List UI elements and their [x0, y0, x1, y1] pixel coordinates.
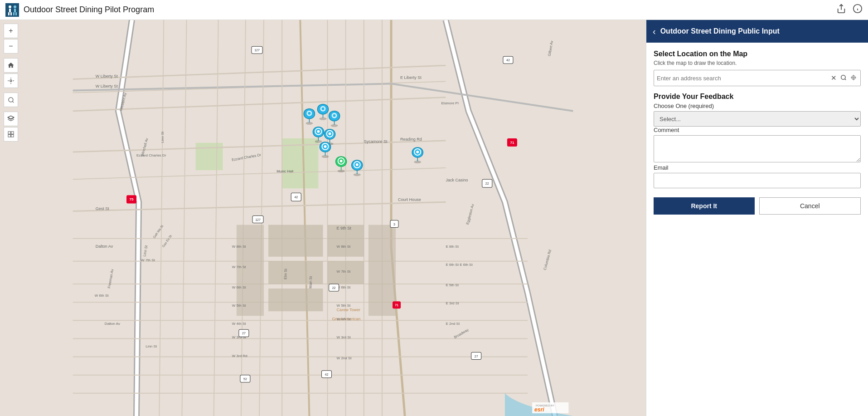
svg-text:42: 42 [294, 196, 298, 199]
address-search-button[interactable] [839, 73, 848, 83]
svg-text:Court House: Court House [398, 197, 421, 202]
search-map-button[interactable] [4, 93, 18, 107]
back-button[interactable]: ‹ [653, 26, 656, 37]
svg-text:Music Hall: Music Hall [276, 169, 293, 173]
svg-text:W 2nd St: W 2nd St [337, 356, 352, 360]
provide-feedback-section: Provide Your Feedback Choose One (requir… [654, 93, 861, 188]
svg-text:Elm St: Elm St [283, 268, 288, 279]
svg-text:E Liberty St: E Liberty St [400, 75, 422, 80]
sidebar-title: Outdoor Street Dining Public Input [660, 27, 780, 35]
svg-rect-0 [5, 3, 19, 17]
svg-text:71: 71 [510, 141, 514, 145]
svg-text:E 6th St E 6th St: E 6th St E 6th St [446, 263, 473, 267]
comment-input[interactable] [654, 135, 861, 162]
svg-text:Sycamore St: Sycamore St [364, 139, 388, 144]
svg-point-171 [852, 75, 855, 79]
svg-text:42: 42 [506, 59, 510, 62]
map-view[interactable]: 75 71 42 22 3 127 W Liberty St W Liberty… [0, 20, 646, 416]
svg-rect-19 [8, 135, 10, 137]
zoom-out-button[interactable]: − [4, 39, 18, 54]
svg-text:Jack Casino: Jack Casino [446, 178, 468, 182]
svg-point-152 [329, 132, 331, 135]
svg-point-170 [853, 77, 854, 78]
info-icon[interactable] [853, 4, 863, 16]
address-clear-button[interactable]: ✕ [830, 73, 838, 83]
choose-one-select[interactable]: Select... Support Oppose Neutral Questio… [654, 111, 861, 127]
svg-text:W Liberty St: W Liberty St [96, 74, 118, 78]
report-it-button[interactable]: Report It [654, 197, 755, 215]
svg-text:27: 27 [475, 355, 478, 358]
svg-rect-54 [268, 289, 323, 311]
share-icon[interactable] [836, 4, 846, 16]
svg-text:27: 27 [242, 332, 246, 335]
svg-rect-7 [13, 12, 15, 15]
svg-text:127: 127 [255, 218, 261, 221]
select-location-section: Select Location on the Map Click the map… [654, 50, 861, 86]
svg-point-149 [317, 130, 320, 133]
svg-rect-18 [11, 132, 14, 134]
map-container[interactable]: + − [0, 20, 646, 416]
address-input[interactable] [657, 75, 828, 82]
address-search-container: ✕ [654, 70, 861, 86]
svg-text:W 4th St: W 4th St [337, 317, 351, 321]
svg-point-14 [8, 97, 13, 102]
svg-text:Dalton Av: Dalton Av [105, 322, 120, 326]
svg-text:Main St: Main St [308, 276, 313, 289]
svg-text:Linn St: Linn St [160, 131, 165, 143]
svg-text:W 7th St: W 7th St [232, 265, 247, 269]
feedback-title: Provide Your Feedback [654, 93, 861, 101]
svg-text:W 8th St: W 8th St [337, 245, 351, 249]
svg-text:52: 52 [243, 377, 247, 381]
svg-text:W 4th St: W 4th St [232, 322, 247, 326]
action-buttons: Report It Cancel [654, 197, 861, 215]
svg-line-15 [12, 101, 14, 103]
map-toolbar: + − [0, 20, 22, 145]
svg-point-143 [321, 108, 324, 110]
comment-label: Comment [654, 127, 861, 133]
svg-text:E 2nd St: E 2nd St [446, 322, 460, 326]
svg-rect-56 [237, 225, 264, 316]
svg-text:22: 22 [332, 286, 336, 289]
address-locate-button[interactable] [849, 73, 858, 83]
svg-line-169 [845, 78, 846, 80]
svg-text:E 8th St: E 8th St [446, 245, 459, 249]
app-header: Outdoor Street Dining Pilot Program [0, 0, 868, 20]
header-actions [836, 4, 863, 16]
sidebar-header: ‹ Outdoor Street Dining Public Input [646, 20, 868, 43]
svg-text:42: 42 [325, 373, 329, 376]
choose-one-field: Choose One (required) Select... Support … [654, 103, 861, 127]
comment-field: Comment [654, 127, 861, 164]
svg-text:Reading Rd: Reading Rd [400, 137, 422, 142]
svg-point-146 [333, 114, 336, 117]
header-left: Outdoor Street Dining Pilot Program [5, 3, 154, 17]
svg-point-155 [324, 145, 327, 148]
basemap-button[interactable] [4, 127, 18, 142]
locate-button[interactable] [4, 73, 18, 88]
svg-text:Dalton Av: Dalton Av [96, 244, 113, 249]
svg-point-13 [10, 80, 12, 82]
svg-text:Carew Tower: Carew Tower [337, 308, 360, 312]
svg-text:W 7th St: W 7th St [141, 258, 155, 262]
svg-text:Elsinore Pl: Elsinore Pl [441, 101, 459, 105]
svg-rect-2 [9, 9, 11, 12]
svg-text:127: 127 [254, 49, 260, 52]
cancel-button[interactable]: Cancel [759, 197, 861, 215]
layers-button[interactable] [4, 112, 18, 126]
svg-rect-8 [15, 12, 17, 15]
email-field: Email [654, 164, 861, 188]
app-logo [5, 3, 19, 17]
svg-rect-3 [8, 12, 10, 15]
svg-text:W 8th St: W 8th St [232, 245, 247, 249]
svg-point-161 [356, 163, 359, 166]
svg-rect-4 [10, 12, 12, 15]
svg-rect-57 [369, 225, 396, 316]
email-input[interactable] [654, 173, 861, 188]
sidebar-body: Select Location on the Map Click the map… [646, 43, 868, 222]
home-button[interactable] [4, 58, 18, 73]
svg-text:esri: esri [534, 406, 544, 413]
svg-text:W 5th St: W 5th St [337, 303, 351, 308]
sidebar: ‹ Outdoor Street Dining Public Input Sel… [646, 20, 868, 416]
svg-text:Gest St: Gest St [96, 206, 110, 211]
select-location-title: Select Location on the Map [654, 50, 861, 58]
zoom-in-button[interactable]: + [4, 24, 18, 38]
